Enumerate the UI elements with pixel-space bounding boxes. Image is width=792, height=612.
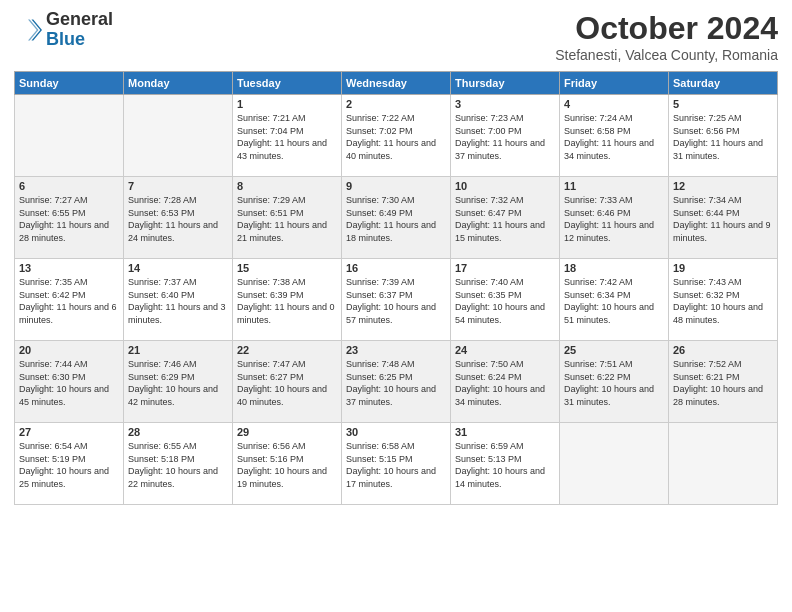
day-number: 12 xyxy=(673,180,773,192)
day-number: 5 xyxy=(673,98,773,110)
day-info: Sunrise: 7:25 AMSunset: 6:56 PMDaylight:… xyxy=(673,112,773,162)
day-info: Sunrise: 6:55 AMSunset: 5:18 PMDaylight:… xyxy=(128,440,228,490)
calendar-cell: 9Sunrise: 7:30 AMSunset: 6:49 PMDaylight… xyxy=(342,177,451,259)
calendar-day-header: Sunday xyxy=(15,72,124,95)
day-number: 24 xyxy=(455,344,555,356)
day-number: 23 xyxy=(346,344,446,356)
day-info: Sunrise: 7:21 AMSunset: 7:04 PMDaylight:… xyxy=(237,112,337,162)
calendar-cell xyxy=(560,423,669,505)
day-number: 22 xyxy=(237,344,337,356)
day-info: Sunrise: 7:46 AMSunset: 6:29 PMDaylight:… xyxy=(128,358,228,408)
calendar-cell: 27Sunrise: 6:54 AMSunset: 5:19 PMDayligh… xyxy=(15,423,124,505)
day-info: Sunrise: 7:27 AMSunset: 6:55 PMDaylight:… xyxy=(19,194,119,244)
location: Stefanesti, Valcea County, Romania xyxy=(555,47,778,63)
calendar-cell: 11Sunrise: 7:33 AMSunset: 6:46 PMDayligh… xyxy=(560,177,669,259)
calendar-cell: 2Sunrise: 7:22 AMSunset: 7:02 PMDaylight… xyxy=(342,95,451,177)
calendar-cell: 14Sunrise: 7:37 AMSunset: 6:40 PMDayligh… xyxy=(124,259,233,341)
calendar-cell: 23Sunrise: 7:48 AMSunset: 6:25 PMDayligh… xyxy=(342,341,451,423)
day-info: Sunrise: 7:43 AMSunset: 6:32 PMDaylight:… xyxy=(673,276,773,326)
calendar-cell: 26Sunrise: 7:52 AMSunset: 6:21 PMDayligh… xyxy=(669,341,778,423)
page: General Blue October 2024 Stefanesti, Va… xyxy=(0,0,792,612)
calendar-week-row: 13Sunrise: 7:35 AMSunset: 6:42 PMDayligh… xyxy=(15,259,778,341)
title-block: October 2024 Stefanesti, Valcea County, … xyxy=(555,10,778,63)
day-info: Sunrise: 6:54 AMSunset: 5:19 PMDaylight:… xyxy=(19,440,119,490)
day-info: Sunrise: 7:34 AMSunset: 6:44 PMDaylight:… xyxy=(673,194,773,244)
day-info: Sunrise: 7:35 AMSunset: 6:42 PMDaylight:… xyxy=(19,276,119,326)
day-info: Sunrise: 7:48 AMSunset: 6:25 PMDaylight:… xyxy=(346,358,446,408)
day-number: 19 xyxy=(673,262,773,274)
calendar-cell: 19Sunrise: 7:43 AMSunset: 6:32 PMDayligh… xyxy=(669,259,778,341)
calendar-cell: 4Sunrise: 7:24 AMSunset: 6:58 PMDaylight… xyxy=(560,95,669,177)
calendar-cell: 17Sunrise: 7:40 AMSunset: 6:35 PMDayligh… xyxy=(451,259,560,341)
calendar-cell: 13Sunrise: 7:35 AMSunset: 6:42 PMDayligh… xyxy=(15,259,124,341)
day-number: 9 xyxy=(346,180,446,192)
calendar-day-header: Friday xyxy=(560,72,669,95)
calendar-cell: 31Sunrise: 6:59 AMSunset: 5:13 PMDayligh… xyxy=(451,423,560,505)
day-info: Sunrise: 7:22 AMSunset: 7:02 PMDaylight:… xyxy=(346,112,446,162)
day-number: 31 xyxy=(455,426,555,438)
day-info: Sunrise: 7:37 AMSunset: 6:40 PMDaylight:… xyxy=(128,276,228,326)
day-number: 27 xyxy=(19,426,119,438)
day-info: Sunrise: 7:39 AMSunset: 6:37 PMDaylight:… xyxy=(346,276,446,326)
day-info: Sunrise: 7:44 AMSunset: 6:30 PMDaylight:… xyxy=(19,358,119,408)
calendar-table: SundayMondayTuesdayWednesdayThursdayFrid… xyxy=(14,71,778,505)
calendar-week-row: 27Sunrise: 6:54 AMSunset: 5:19 PMDayligh… xyxy=(15,423,778,505)
calendar-day-header: Monday xyxy=(124,72,233,95)
calendar-cell: 24Sunrise: 7:50 AMSunset: 6:24 PMDayligh… xyxy=(451,341,560,423)
day-number: 2 xyxy=(346,98,446,110)
calendar-day-header: Thursday xyxy=(451,72,560,95)
day-info: Sunrise: 7:38 AMSunset: 6:39 PMDaylight:… xyxy=(237,276,337,326)
svg-marker-1 xyxy=(28,19,39,40)
day-info: Sunrise: 6:56 AMSunset: 5:16 PMDaylight:… xyxy=(237,440,337,490)
day-info: Sunrise: 7:51 AMSunset: 6:22 PMDaylight:… xyxy=(564,358,664,408)
day-info: Sunrise: 7:40 AMSunset: 6:35 PMDaylight:… xyxy=(455,276,555,326)
day-number: 28 xyxy=(128,426,228,438)
day-number: 18 xyxy=(564,262,664,274)
calendar-week-row: 6Sunrise: 7:27 AMSunset: 6:55 PMDaylight… xyxy=(15,177,778,259)
day-info: Sunrise: 7:33 AMSunset: 6:46 PMDaylight:… xyxy=(564,194,664,244)
calendar-day-header: Wednesday xyxy=(342,72,451,95)
day-number: 21 xyxy=(128,344,228,356)
day-number: 30 xyxy=(346,426,446,438)
day-number: 16 xyxy=(346,262,446,274)
header: General Blue October 2024 Stefanesti, Va… xyxy=(14,10,778,63)
logo-text: General Blue xyxy=(46,10,113,50)
logo-general: General xyxy=(46,10,113,30)
day-info: Sunrise: 7:28 AMSunset: 6:53 PMDaylight:… xyxy=(128,194,228,244)
day-number: 11 xyxy=(564,180,664,192)
calendar-cell: 12Sunrise: 7:34 AMSunset: 6:44 PMDayligh… xyxy=(669,177,778,259)
calendar-header-row: SundayMondayTuesdayWednesdayThursdayFrid… xyxy=(15,72,778,95)
calendar-day-header: Tuesday xyxy=(233,72,342,95)
day-info: Sunrise: 7:50 AMSunset: 6:24 PMDaylight:… xyxy=(455,358,555,408)
month-title: October 2024 xyxy=(555,10,778,47)
day-info: Sunrise: 7:29 AMSunset: 6:51 PMDaylight:… xyxy=(237,194,337,244)
calendar-cell: 30Sunrise: 6:58 AMSunset: 5:15 PMDayligh… xyxy=(342,423,451,505)
day-info: Sunrise: 7:32 AMSunset: 6:47 PMDaylight:… xyxy=(455,194,555,244)
calendar-cell: 16Sunrise: 7:39 AMSunset: 6:37 PMDayligh… xyxy=(342,259,451,341)
day-info: Sunrise: 7:30 AMSunset: 6:49 PMDaylight:… xyxy=(346,194,446,244)
calendar-cell: 15Sunrise: 7:38 AMSunset: 6:39 PMDayligh… xyxy=(233,259,342,341)
logo-blue: Blue xyxy=(46,30,113,50)
day-info: Sunrise: 7:47 AMSunset: 6:27 PMDaylight:… xyxy=(237,358,337,408)
calendar-cell: 22Sunrise: 7:47 AMSunset: 6:27 PMDayligh… xyxy=(233,341,342,423)
calendar-cell: 29Sunrise: 6:56 AMSunset: 5:16 PMDayligh… xyxy=(233,423,342,505)
calendar-cell xyxy=(669,423,778,505)
calendar-cell: 28Sunrise: 6:55 AMSunset: 5:18 PMDayligh… xyxy=(124,423,233,505)
day-number: 15 xyxy=(237,262,337,274)
day-number: 7 xyxy=(128,180,228,192)
calendar-week-row: 20Sunrise: 7:44 AMSunset: 6:30 PMDayligh… xyxy=(15,341,778,423)
calendar-week-row: 1Sunrise: 7:21 AMSunset: 7:04 PMDaylight… xyxy=(15,95,778,177)
calendar-cell: 18Sunrise: 7:42 AMSunset: 6:34 PMDayligh… xyxy=(560,259,669,341)
day-number: 1 xyxy=(237,98,337,110)
day-info: Sunrise: 7:24 AMSunset: 6:58 PMDaylight:… xyxy=(564,112,664,162)
day-number: 14 xyxy=(128,262,228,274)
day-number: 26 xyxy=(673,344,773,356)
calendar-cell: 3Sunrise: 7:23 AMSunset: 7:00 PMDaylight… xyxy=(451,95,560,177)
calendar-cell: 6Sunrise: 7:27 AMSunset: 6:55 PMDaylight… xyxy=(15,177,124,259)
calendar-cell: 25Sunrise: 7:51 AMSunset: 6:22 PMDayligh… xyxy=(560,341,669,423)
logo: General Blue xyxy=(14,10,113,50)
logo-icon xyxy=(14,16,42,44)
day-number: 29 xyxy=(237,426,337,438)
day-info: Sunrise: 7:52 AMSunset: 6:21 PMDaylight:… xyxy=(673,358,773,408)
day-number: 13 xyxy=(19,262,119,274)
